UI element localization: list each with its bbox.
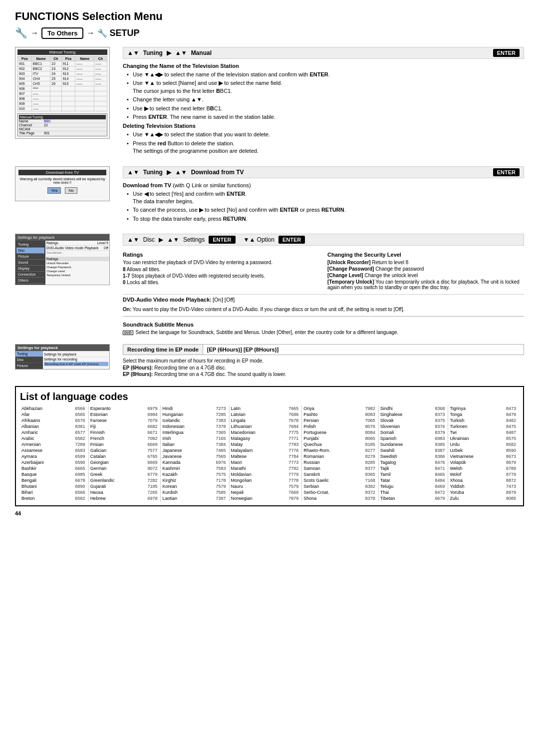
disc-right-panel: ▲▼ Disc ▶ ▲▼ Settings ENTER ▼▲ Option EN…: [123, 234, 524, 335]
tuning-label2: Tuning: [143, 169, 163, 176]
change-level: [Change Level] Change the unlock level: [327, 273, 524, 278]
lang-name: Sindhi: [378, 405, 423, 411]
table-row: 910-----: [18, 106, 107, 111]
soundtrack-section: Soundtrack Subtitle Menus DVD Select the…: [123, 316, 524, 335]
sidebar-sound[interactable]: Sound: [16, 260, 44, 266]
bullet-item: Use ▼▲◀▶ to select the name of the telev…: [127, 71, 524, 78]
table-row: Bhutani6890 Gujarati7185 Korean7579 Naur…: [20, 483, 519, 489]
disc-cmd-bar: ▲▼ Disc ▶ ▲▼ Settings ENTER ▼▲ Option EN…: [123, 234, 524, 246]
lang-code: 7665: [276, 405, 302, 411]
arrow-disc: ▶: [159, 236, 163, 243]
bullet-item: To cancel the process, use ▶ to select […: [127, 206, 524, 214]
bullet-item: Use ▶ to select the next letter BBC1.: [127, 105, 524, 112]
recording-ep-value: [EP (6Hours)] [EP (8Hours)]: [203, 345, 282, 355]
lang-name: Hindi: [161, 405, 204, 411]
recording-right-panel: Recording time in EP mode [EP (6Hours)] …: [123, 344, 524, 377]
table-row: Breton6582 Hebrew6978 Laotian7387 Norweg…: [20, 495, 519, 501]
sidebar-tuning[interactable]: Tuning: [16, 242, 44, 248]
small-sidebar-disc[interactable]: Disc: [15, 357, 43, 363]
triangle-up-down: ▲▼: [127, 49, 139, 56]
ratings-title: Ratings: [123, 252, 319, 258]
bullet-item: Use ▼▲ to select [Name] and use ▶ to sel…: [127, 79, 524, 95]
enter-button3[interactable]: ENTER: [209, 236, 235, 244]
setup-panel-header: Settings for playback: [15, 234, 109, 241]
enter-button2[interactable]: ENTER: [493, 168, 520, 176]
triangle-disc: ▲▼: [127, 236, 139, 243]
sidebar-disc[interactable]: Disc: [16, 248, 44, 254]
download-right-panel: ▲▼ Tuning ▶ ▲▼ Download from TV ENTER Do…: [123, 166, 524, 225]
wrench-icon: 🔧: [97, 28, 107, 38]
ep-8hours: EP (8Hours): Recording time on a 4.7GB d…: [123, 372, 524, 377]
lang-code: 7982: [353, 405, 379, 411]
ratings-1-7: 1-7 Stops playback of DVD-Video with reg…: [123, 273, 319, 279]
ep-row: Recording time in EP mode EP [1Hours]: [44, 362, 108, 366]
ratings-security-row: Ratings You can restrict the playback of…: [123, 250, 524, 290]
section-manual-tuning: Manual Tuning PosNameChPosNameCh 901BBC1…: [15, 47, 524, 157]
lang-name: Oriya: [302, 405, 353, 411]
dl-panel: Download from TV Warning-all currently s…: [15, 166, 110, 201]
name-bullets: Use ▼▲◀▶ to select the name of the telev…: [127, 71, 524, 121]
table-row: Abkhazian6566 Esperanto6979 Hindi7273 La…: [20, 405, 519, 411]
ratings-text: You can restrict the playback of DVD-Vid…: [123, 260, 319, 265]
tuning-label: Tuning: [143, 49, 163, 56]
small-content: Settings for playback Settings for recor…: [43, 351, 109, 369]
enter-button4[interactable]: ENTER: [278, 236, 305, 244]
lang-code: 6566: [63, 405, 89, 411]
table-row: Amharic6577 Finnish6671 Interlingua7365 …: [20, 429, 519, 435]
recording-left-panel: Settings for playback Tuning Disc Pictur…: [15, 344, 115, 377]
breadcrumb: 🔧 → To Others → 🔧 SETUP: [15, 27, 524, 39]
small-sidebar-tuning[interactable]: Tuning: [15, 351, 43, 357]
table-row: 905CH526915----------: [18, 81, 107, 86]
bullet-item: Change the letter using ▲▼.: [127, 96, 524, 103]
tuning-cmd-bar: ▲▼ Tuning ▶ ▲▼ Manual ENTER: [123, 47, 524, 59]
table-row: Arabic6582 French7082 Irish7165 Malagasy…: [20, 435, 519, 441]
table-row: Albanian8381 Fiji6682 Indonesian7378 Lit…: [20, 423, 519, 429]
content-row: Settings for playback: [44, 352, 108, 357]
temp-unlock: [Temporary Unlock] You can temporarily u…: [327, 279, 524, 290]
section-title-delete: Deleting Television Stations: [123, 123, 524, 129]
manual-label: Manual: [191, 49, 212, 56]
right-panel-tuning: ▲▼ Tuning ▶ ▲▼ Manual ENTER Changing the…: [123, 47, 524, 157]
sidebar-picture[interactable]: Picture: [16, 254, 44, 260]
table-row: 906****: [18, 86, 107, 91]
section-recording: Settings for playback Tuning Disc Pictur…: [15, 344, 524, 377]
dl-panel-message: Warning-all currently stored stations wi…: [18, 177, 106, 184]
sidebar-connection[interactable]: Connection: [16, 272, 44, 278]
dl-panel-title: Download from TV: [18, 170, 106, 175]
dvd-audio-desc: On: You want to play the DVD-Video conte…: [123, 307, 524, 312]
page-number: 44: [15, 510, 524, 516]
settings-label: Settings: [183, 236, 205, 243]
table-row: 909-----: [18, 101, 107, 106]
small-sidebar-picture[interactable]: Picture: [15, 363, 43, 369]
breadcrumb-to-others[interactable]: To Others: [41, 27, 83, 39]
language-codes-section: List of language codes Abkhazian6566 Esp…: [15, 386, 524, 506]
lang-name: Esperanto: [88, 405, 135, 411]
sidebar-display[interactable]: Display: [16, 266, 44, 272]
lang-name: Tigrinya: [448, 405, 494, 411]
triangle-updown4: ▲▼: [175, 169, 187, 176]
enter-button[interactable]: ENTER: [493, 49, 520, 57]
dvd-audio-label: DVD-Audio Video mode Playback:: [123, 297, 213, 303]
download-left-panel: Download from TV Warning-all currently s…: [15, 166, 115, 225]
tv-panel-title: Manual Tuning: [17, 49, 107, 55]
arrow-right-icon: ▶: [167, 49, 171, 56]
download-tv-label: Download from TV: [191, 169, 244, 176]
page-title: FUNCTIONS Selection Menu: [15, 10, 524, 23]
table-row: 908-----: [18, 96, 107, 101]
sidebar-others[interactable]: Others: [16, 278, 44, 284]
dvd-audio-row: DVD-Audio Video mode Playback: [On] [Off…: [123, 294, 524, 305]
lang-name: Abkhazian: [20, 405, 63, 411]
disc-label: Disc: [143, 236, 155, 243]
no-button[interactable]: No: [65, 187, 77, 194]
remote-icon: 🔧: [15, 27, 27, 39]
download-main-text: Download from TV (with Q Link or similar…: [123, 182, 524, 188]
table-row: Aymara6589 Catalan6765 Javanese7565 Malt…: [20, 453, 519, 459]
setup-sidebar: Tuning Disc Picture Sound Display Connec…: [15, 241, 45, 285]
dvd-audio-value: [On] [Off]: [213, 297, 235, 303]
table-row: Basque6985 Greek6779 Kazakh7575 Moldavia…: [20, 471, 519, 477]
dl-btn-row: Yes No: [18, 187, 106, 194]
yes-button[interactable]: Yes: [47, 187, 61, 194]
setup-label: 🔧 SETUP: [97, 28, 139, 38]
small-setup-header: Settings for playback: [15, 345, 109, 351]
lang-code: 6979: [135, 405, 161, 411]
